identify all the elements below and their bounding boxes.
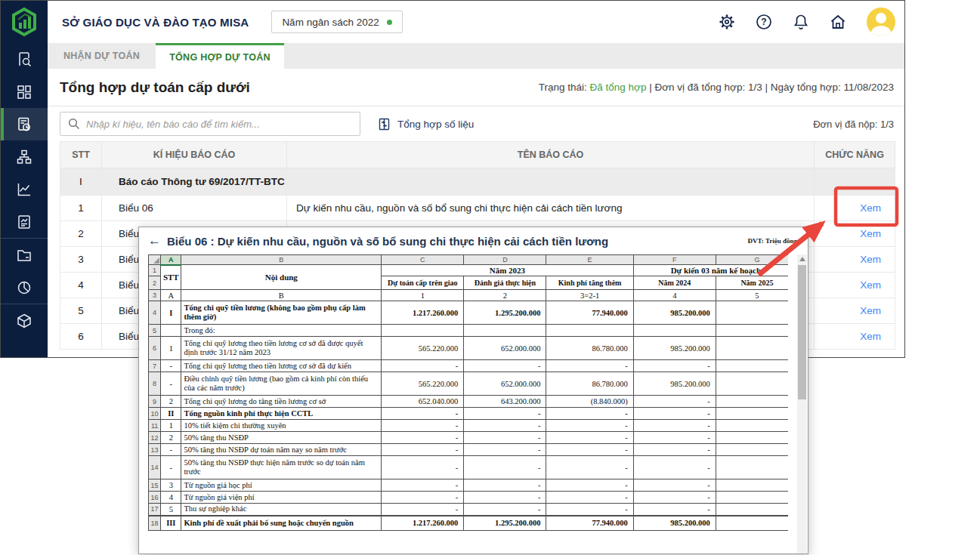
sheet-row: 7-Tổng chi quỹ lương theo tiền lương cơ … bbox=[149, 360, 789, 372]
summarize-data-button[interactable]: Tổng hợp số liệu bbox=[377, 117, 474, 131]
view-link[interactable]: Xem bbox=[860, 279, 881, 291]
search-box[interactable] bbox=[60, 112, 360, 136]
view-link[interactable]: Xem bbox=[860, 254, 881, 265]
back-arrow-icon[interactable]: ← bbox=[148, 233, 161, 248]
search-input[interactable] bbox=[86, 119, 352, 130]
summarize-button-label: Tổng hợp số liệu bbox=[397, 119, 474, 130]
sheet-name-cell: 10% tiết kiệm chi thường xuyên bbox=[181, 420, 382, 432]
sheet-value-cell: 565.220.000 bbox=[382, 337, 464, 360]
home-icon[interactable] bbox=[830, 14, 846, 30]
section-empty bbox=[287, 168, 815, 196]
sheet-value-cell: 77.940.000 bbox=[546, 301, 633, 325]
sheet-value-cell: - bbox=[716, 372, 788, 396]
sheet-value-cell: 652.000.000 bbox=[464, 337, 546, 360]
app-logo[interactable] bbox=[1, 1, 48, 43]
sheet-row: 10IITổng nguồn kinh phí thực hiện CCTL--… bbox=[149, 408, 789, 420]
sheet-value-cell: - bbox=[546, 456, 633, 479]
spreadsheet-area: ABCDEFG 1 STT Nội dung Năm 2023 Dự kiến … bbox=[148, 254, 788, 553]
sheet-row-number: 6 bbox=[149, 337, 161, 360]
sidebar-item-line-chart[interactable] bbox=[1, 173, 48, 205]
action-cell: Xem bbox=[815, 247, 895, 273]
sheet-name-cell: Từ nguồn giá viện phí bbox=[181, 492, 382, 504]
sheet-value-cell: - bbox=[464, 420, 546, 432]
column-letter-A[interactable]: A bbox=[161, 255, 181, 265]
column-letter-E[interactable]: E bbox=[546, 255, 633, 265]
sheet-value-cell: - bbox=[546, 492, 633, 504]
sidebar-item-org-chart[interactable] bbox=[1, 140, 48, 173]
notifications-bell-icon[interactable] bbox=[793, 14, 809, 30]
budget-year-selector[interactable]: Năm ngân sách 2022 bbox=[271, 11, 402, 33]
sheet-value-cell: - bbox=[382, 408, 464, 420]
summarize-ledger-icon bbox=[377, 117, 391, 131]
sheet-value-cell: - bbox=[382, 420, 464, 432]
sidebar-item-clipboard-report[interactable] bbox=[1, 205, 48, 238]
report-name: Dự kiến nhu cầu, nguồn và số bổ sung chi… bbox=[287, 196, 815, 221]
sidebar-item-dashboard[interactable] bbox=[1, 76, 48, 108]
tab-tong-hop-du-toan[interactable]: TỔNG HỢP DỰ TOÁN bbox=[156, 43, 284, 69]
sheet-row-number: 5 bbox=[149, 325, 161, 337]
sheet-row: 5Trong đó: bbox=[149, 325, 789, 337]
sheet-row-number: 12 bbox=[149, 432, 161, 444]
sheet-stt-cell: 1 bbox=[161, 337, 181, 360]
scroll-up-arrow-icon[interactable] bbox=[799, 257, 805, 261]
sheet-value-cell: 1.217.260.000 bbox=[382, 301, 464, 325]
sheet-row: 12250% tăng thu NSĐP----- bbox=[149, 432, 789, 444]
sheet-value-cell: 985.200.000 bbox=[633, 301, 716, 325]
view-link[interactable]: Xem bbox=[860, 202, 881, 214]
column-letter-C[interactable]: C bbox=[382, 255, 464, 265]
scrollbar-thumb[interactable] bbox=[798, 265, 806, 399]
sheet-stt-cell: - bbox=[161, 456, 181, 479]
sheet-value-cell: - bbox=[382, 432, 464, 444]
sheet-value-cell: 985.200.000 bbox=[633, 337, 716, 360]
sheet-row-number: 16 bbox=[149, 492, 161, 504]
sheet-row-number: 17 bbox=[149, 504, 161, 516]
index-cell: 4 bbox=[633, 290, 716, 301]
sheet-name-cell: 50% tăng thu NSĐP thực hiện năm trước so… bbox=[181, 456, 382, 479]
sheet-row-number: 1 bbox=[149, 265, 161, 276]
sheet-value-cell: 1.295.200.000 bbox=[464, 516, 546, 531]
user-avatar[interactable] bbox=[867, 8, 895, 36]
sidebar-item-pie-chart[interactable] bbox=[1, 271, 48, 304]
row-index: 6 bbox=[60, 324, 102, 350]
line-chart-icon bbox=[16, 181, 32, 198]
sidebar-item-folder[interactable] bbox=[1, 239, 48, 271]
column-letter-F[interactable]: F bbox=[633, 255, 716, 265]
sheet-value-cell: - bbox=[633, 479, 716, 492]
column-letter-B[interactable]: B bbox=[181, 255, 382, 265]
sheet-value-cell: - bbox=[716, 516, 788, 531]
sheet-value-cell: - bbox=[716, 360, 788, 372]
sheet-stt-cell: 5 bbox=[161, 504, 181, 516]
sidebar-item-cube[interactable] bbox=[1, 304, 48, 337]
column-letter-G[interactable]: G bbox=[716, 255, 788, 265]
sheet-row-number: 2 bbox=[149, 276, 161, 290]
sheet-row-number: 8 bbox=[149, 372, 161, 396]
sheet-row: 61Tổng chi quỹ lương theo tiền lương cơ … bbox=[149, 337, 789, 360]
misa-logo-icon bbox=[9, 7, 39, 37]
sheet-value-cell: - bbox=[382, 504, 464, 516]
sheet-row: 13-50% tăng thu NSĐP dự toán năm nay so … bbox=[149, 444, 789, 456]
view-link[interactable]: Xem bbox=[860, 305, 881, 316]
sheet-row-number: 10 bbox=[149, 408, 161, 420]
sheet-value-cell: - bbox=[716, 337, 788, 360]
popup-scrollbar[interactable] bbox=[797, 254, 807, 553]
sheet-name-cell: Từ nguồn giá học phí bbox=[181, 479, 382, 492]
select-all-corner[interactable] bbox=[149, 255, 161, 265]
sheet-value-cell: - bbox=[716, 420, 788, 432]
sheet-value-cell: - bbox=[716, 479, 788, 492]
budget-year-label: Năm ngân sách 2022 bbox=[282, 17, 379, 28]
sidebar-item-report-summary[interactable] bbox=[1, 108, 48, 140]
help-icon[interactable]: ? bbox=[756, 14, 772, 30]
view-link[interactable]: Xem bbox=[860, 228, 881, 239]
sidebar-item-document-search[interactable] bbox=[1, 43, 48, 76]
sheet-name-cell: Thu sự nghiệp khác bbox=[181, 504, 382, 516]
column-letter-D[interactable]: D bbox=[464, 255, 546, 265]
index-cell: 3=2-1 bbox=[546, 290, 633, 301]
tab-nhan-du-toan[interactable]: NHẬN DỰ TOÁN bbox=[48, 43, 156, 69]
sheet-value-cell: 652.000.000 bbox=[464, 372, 546, 396]
view-link[interactable]: Xem bbox=[860, 331, 881, 342]
settings-gear-icon[interactable] bbox=[719, 14, 735, 30]
report-summary-icon bbox=[16, 116, 32, 133]
sheet-row-number: 13 bbox=[149, 444, 161, 456]
header-stt[interactable]: STT bbox=[161, 265, 181, 290]
sheet-value-cell: - bbox=[633, 396, 716, 408]
